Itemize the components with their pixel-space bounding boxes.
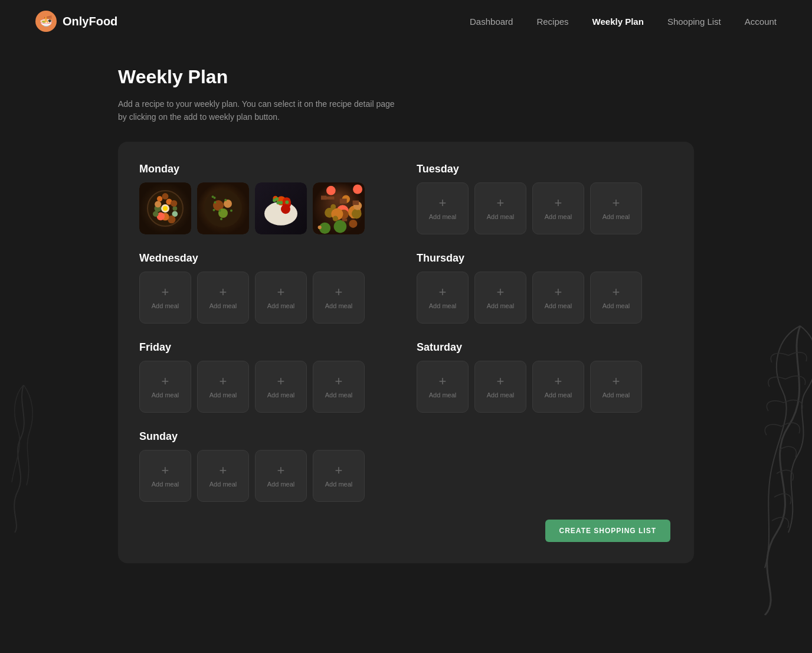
- plus-icon: +: [555, 375, 562, 388]
- plus-icon: +: [220, 464, 227, 477]
- monday-meal-4[interactable]: [313, 182, 365, 234]
- sunday-meal-2[interactable]: + Add meal: [197, 450, 249, 502]
- day-thursday-title: Thursday: [417, 252, 670, 265]
- page-description: Add a recipe to your weekly plan. You ca…: [118, 97, 401, 124]
- saturday-meal-3[interactable]: + Add meal: [532, 361, 584, 413]
- friday-meal-1[interactable]: + Add meal: [139, 361, 191, 413]
- add-meal-label: Add meal: [487, 213, 514, 220]
- tuesday-meal-2[interactable]: + Add meal: [474, 182, 526, 234]
- day-sunday-title: Sunday: [139, 430, 393, 443]
- nav-recipes[interactable]: Recipes: [536, 17, 568, 27]
- add-meal-label: Add meal: [429, 391, 456, 399]
- thursday-meal-3[interactable]: + Add meal: [532, 272, 584, 324]
- tuesday-meals: + Add meal + Add meal + Add meal + Add m…: [417, 182, 670, 234]
- logo[interactable]: 🍜 OnlyFood: [35, 11, 117, 32]
- add-meal-label: Add meal: [152, 391, 179, 399]
- wednesday-meal-1[interactable]: + Add meal: [139, 272, 191, 324]
- plus-icon: +: [162, 286, 169, 299]
- food-image-2: [197, 182, 249, 234]
- sunday-meal-4[interactable]: + Add meal: [313, 450, 365, 502]
- logo-icon: 🍜: [35, 11, 57, 32]
- create-shopping-list-button[interactable]: CREATE SHOPPING LIST: [545, 520, 670, 542]
- sunday-meal-1[interactable]: + Add meal: [139, 450, 191, 502]
- add-meal-label: Add meal: [487, 391, 514, 399]
- monday-meal-1[interactable]: [139, 182, 191, 234]
- add-meal-label: Add meal: [325, 302, 352, 309]
- add-meal-label: Add meal: [487, 302, 514, 309]
- tuesday-meal-4[interactable]: + Add meal: [590, 182, 642, 234]
- saturday-meal-4[interactable]: + Add meal: [590, 361, 642, 413]
- logo-text: OnlyFood: [63, 15, 117, 28]
- sunday-meal-3[interactable]: + Add meal: [255, 450, 307, 502]
- nav-dashboard[interactable]: Dashboard: [470, 17, 513, 27]
- thursday-meal-2[interactable]: + Add meal: [474, 272, 526, 324]
- saturday-meal-2[interactable]: + Add meal: [474, 361, 526, 413]
- day-tuesday: Tuesday + Add meal + Add meal + Add meal: [417, 163, 670, 234]
- plus-icon: +: [497, 375, 505, 388]
- thursday-meal-4[interactable]: + Add meal: [590, 272, 642, 324]
- wednesday-meal-3[interactable]: + Add meal: [255, 272, 307, 324]
- plus-icon: +: [613, 375, 620, 388]
- nav-weekly-plan[interactable]: Weekly Plan: [592, 17, 644, 27]
- day-saturday: Saturday + Add meal + Add meal + Add mea…: [417, 341, 670, 413]
- add-meal-label: Add meal: [325, 481, 352, 488]
- add-meal-label: Add meal: [429, 302, 456, 309]
- day-wednesday: Wednesday + Add meal + Add meal + Add me…: [139, 252, 393, 324]
- day-friday: Friday + Add meal + Add meal + Add meal: [139, 341, 393, 413]
- saturday-meal-1[interactable]: + Add meal: [417, 361, 469, 413]
- tuesday-meal-1[interactable]: + Add meal: [417, 182, 469, 234]
- day-sunday: Sunday + Add meal + Add meal + Add meal: [139, 430, 393, 502]
- sunday-right-spacer: [417, 430, 670, 502]
- add-meal-label: Add meal: [603, 302, 630, 309]
- nav-shopping-list[interactable]: Shooping List: [667, 17, 721, 27]
- plus-icon: +: [277, 375, 285, 388]
- add-meal-label: Add meal: [545, 213, 572, 220]
- add-meal-label: Add meal: [267, 302, 294, 309]
- add-meal-label: Add meal: [209, 391, 237, 399]
- wednesday-meals: + Add meal + Add meal + Add meal + Add m…: [139, 272, 393, 324]
- saturday-meals: + Add meal + Add meal + Add meal + Add m…: [417, 361, 670, 413]
- add-meal-label: Add meal: [209, 302, 237, 309]
- plus-icon: +: [439, 197, 447, 210]
- plus-icon: +: [497, 197, 505, 210]
- add-meal-label: Add meal: [603, 213, 630, 220]
- wednesday-meal-4[interactable]: + Add meal: [313, 272, 365, 324]
- plus-icon: +: [497, 286, 505, 299]
- main-content: Weekly Plan Add a recipe to your weekly …: [0, 43, 812, 599]
- add-meal-label: Add meal: [545, 391, 572, 399]
- add-meal-label: Add meal: [209, 481, 237, 488]
- add-meal-label: Add meal: [545, 302, 572, 309]
- wednesday-meal-2[interactable]: + Add meal: [197, 272, 249, 324]
- thursday-meal-1[interactable]: + Add meal: [417, 272, 469, 324]
- nav-links: Dashboard Recipes Weekly Plan Shooping L…: [470, 17, 777, 27]
- plus-icon: +: [220, 286, 227, 299]
- add-meal-label: Add meal: [325, 391, 352, 399]
- add-meal-label: Add meal: [267, 391, 294, 399]
- nav-account[interactable]: Account: [745, 17, 777, 27]
- navigation: 🍜 OnlyFood Dashboard Recipes Weekly Plan…: [0, 0, 812, 43]
- add-meal-label: Add meal: [267, 481, 294, 488]
- add-meal-label: Add meal: [603, 391, 630, 399]
- card-footer: CREATE SHOPPING LIST: [139, 520, 670, 542]
- tuesday-meal-3[interactable]: + Add meal: [532, 182, 584, 234]
- day-wednesday-title: Wednesday: [139, 252, 393, 265]
- thursday-meals: + Add meal + Add meal + Add meal + Add m…: [417, 272, 670, 324]
- plus-icon: +: [555, 286, 562, 299]
- plus-icon: +: [613, 286, 620, 299]
- day-monday: Monday: [139, 163, 393, 234]
- monday-meal-3[interactable]: [255, 182, 307, 234]
- plus-icon: +: [162, 464, 169, 477]
- day-saturday-title: Saturday: [417, 341, 670, 354]
- day-tuesday-title: Tuesday: [417, 163, 670, 175]
- friday-meal-4[interactable]: + Add meal: [313, 361, 365, 413]
- plus-icon: +: [613, 197, 620, 210]
- plus-icon: +: [220, 375, 227, 388]
- friday-meal-2[interactable]: + Add meal: [197, 361, 249, 413]
- plus-icon: +: [277, 464, 285, 477]
- plus-icon: +: [555, 197, 562, 210]
- monday-meal-2[interactable]: [197, 182, 249, 234]
- days-grid: Monday Tuesd: [139, 163, 670, 502]
- friday-meal-3[interactable]: + Add meal: [255, 361, 307, 413]
- plus-icon: +: [439, 375, 447, 388]
- food-image-4: [313, 182, 365, 234]
